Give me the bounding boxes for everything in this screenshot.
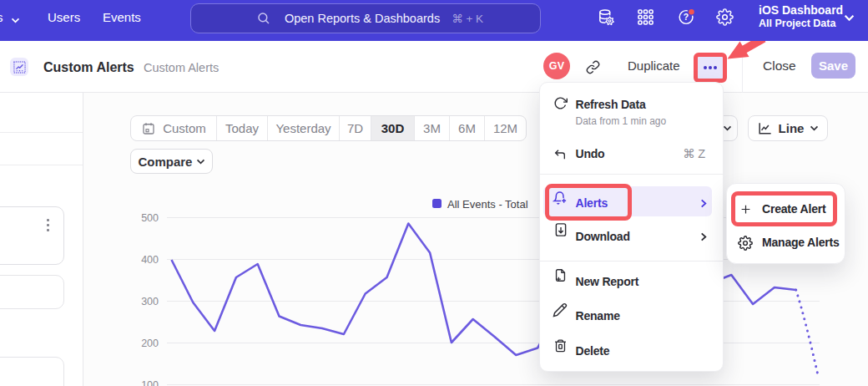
- svg-text:All Events - Total: All Events - Total: [447, 198, 528, 211]
- svg-text:100: 100: [141, 379, 159, 386]
- svg-text:500: 500: [141, 212, 159, 224]
- svg-text:400: 400: [141, 254, 159, 266]
- svg-text:200: 200: [141, 338, 159, 349]
- svg-text:300: 300: [141, 296, 159, 307]
